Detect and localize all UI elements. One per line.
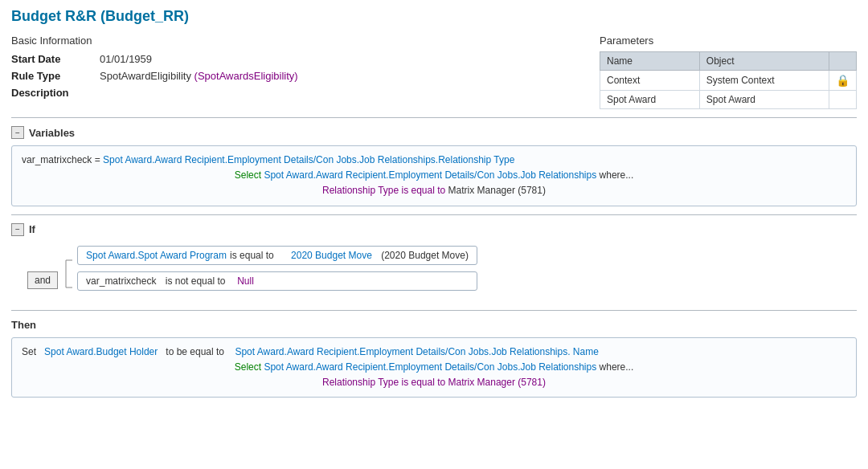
var-condition: Relationship Type is equal to [322,185,445,196]
variables-collapse-btn[interactable]: − [11,126,24,139]
conditions-list: Spot Award.Spot Award Program is equal t… [77,246,477,291]
rule-type-row: Rule Type SpotAwardEligibility (SpotAwar… [11,70,583,82]
then-label: Then [11,319,857,331]
param-lock-context: 🔒 [829,71,857,91]
then-value: Matrix Manager (5781) [448,377,546,388]
params-col-name: Name [600,52,700,71]
start-date-label: Start Date [11,53,100,65]
if-collapse-btn[interactable]: − [11,223,24,236]
lock-icon: 🔒 [836,74,850,87]
cond1-operator: is equal to [230,250,274,261]
parameters-panel: Parameters Name Object Context System Co… [600,35,857,109]
if-section: − If and Spot Award.Spot Award Program [11,223,857,302]
var-select: Select [235,169,261,181]
and-block: and Spot Award.Spot Award Program is equ… [27,246,857,302]
cond2-var: var_matrixcheck [86,275,156,287]
params-col-object: Object [699,52,829,71]
then-select: Select [235,361,261,373]
then-link2[interactable]: Spot Award.Award Recipient.Employment De… [264,361,596,373]
var-value: Matrix Manager (5781) [448,185,546,196]
then-box: Set Spot Award.Budget Holder to be equal… [11,337,857,398]
bracket-svg [58,246,74,302]
start-date-value: 01/01/1959 [100,53,152,65]
cond1-link[interactable]: Spot Award.Spot Award Program [86,250,227,261]
param-lock-spotaward [829,91,857,109]
variables-box: var_matrixcheck = Spot Award.Award Recip… [11,145,857,206]
cond2-operator: is not equal to [166,275,226,287]
then-section: Then Set Spot Award.Budget Holder to be … [11,319,857,398]
rule-type-label: Rule Type [11,70,100,82]
var-link2[interactable]: Spot Award.Award Recipient.Employment De… [264,169,596,181]
condition-row-2: var_matrixcheck is not equal to Null [77,271,477,291]
rule-type-value: SpotAwardEligibility (SpotAwardsEligibil… [100,70,298,82]
param-row-spotaward: Spot Award Spot Award [600,91,857,109]
then-link1[interactable]: Spot Award.Award Recipient.Employment De… [235,346,598,357]
then-where: where... [600,361,634,373]
rule-type-main: SpotAwardEligibility [100,70,191,82]
rule-type-sub: (SpotAwardsEligibility) [194,70,298,82]
var-link1[interactable]: Spot Award.Award Recipient.Employment De… [103,154,514,165]
parameters-heading: Parameters [600,35,857,47]
var-where: where... [600,169,634,181]
divider-2 [11,214,857,215]
param-name-spotaward: Spot Award [600,91,700,109]
then-target-link[interactable]: Spot Award.Budget Holder [44,346,158,357]
set-keyword: Set [22,346,36,357]
basic-info-panel: Basic Information Start Date 01/01/1959 … [11,35,583,109]
var-equals: = [92,154,103,165]
and-label: and [27,271,58,289]
divider-3 [11,310,857,311]
start-date-row: Start Date 01/01/1959 [11,53,583,65]
cond1-value-sub: (2020 Budget Move) [381,250,469,261]
param-object-context: System Context [699,71,829,91]
if-label: If [29,223,35,235]
var-name: var_matrixcheck [22,154,92,165]
divider-1 [11,117,857,118]
page-title: Budget R&R (Budget_RR) [11,8,857,25]
condition-row-1: Spot Award.Spot Award Program is equal t… [77,246,477,265]
description-label: Description [11,87,100,99]
parameters-table: Name Object Context System Context 🔒 Spo… [600,51,857,109]
param-row-context: Context System Context 🔒 [600,71,857,91]
cond1-value-link[interactable]: 2020 Budget Move [291,250,372,261]
if-content: and Spot Award.Spot Award Program is equ… [27,246,857,302]
param-name-context: Context [600,71,700,91]
param-object-spotaward: Spot Award [699,91,829,109]
variables-section: − Variables var_matrixcheck = Spot Award… [11,126,857,206]
then-condition: Relationship Type is equal to [322,377,445,388]
then-to-be-equal: to be equal to [166,346,224,357]
basic-info-heading: Basic Information [11,35,583,47]
variables-label: Variables [29,127,75,139]
cond2-value: Null [237,275,254,287]
description-row: Description [11,87,583,99]
